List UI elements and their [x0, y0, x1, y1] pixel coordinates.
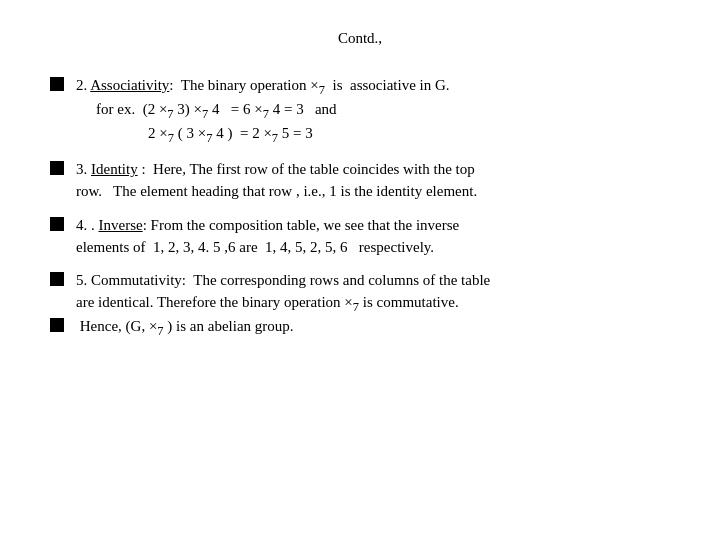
- identity-line2: row. The element heading that row , i.e.…: [76, 181, 670, 203]
- identity-line1: 3. Identity : Here, The first row of the…: [76, 159, 670, 181]
- inverse-line2: elements of 1, 2, 3, 4. 5 ,6 are 1, 4, 5…: [76, 237, 670, 259]
- bullet-icon: [50, 217, 64, 231]
- comm-line2: are identical. Therefore the binary oper…: [76, 292, 670, 316]
- item-identity: 3. Identity : Here, The first row of the…: [76, 159, 670, 203]
- assoc-line2: for ex. (2 ×7 3) ×7 4 = 6 ×7 4 = 3 and: [96, 99, 670, 123]
- identity-label: Identity: [91, 161, 138, 177]
- list-item: 2. Associativity: The binary operation ×…: [50, 75, 670, 147]
- abelian-line1: Hence, (G, ×7 ) is an abelian group.: [76, 316, 670, 340]
- list-item: 3. Identity : Here, The first row of the…: [50, 159, 670, 203]
- page: Contd., 2. Associativity: The binary ope…: [0, 0, 720, 540]
- item-abelian: Hence, (G, ×7 ) is an abelian group.: [76, 316, 670, 340]
- bullet-icon: [50, 77, 64, 91]
- bullet-icon: [50, 161, 64, 175]
- inverse-label: Inverse: [99, 217, 143, 233]
- assoc-label: Associativity: [90, 77, 169, 93]
- list-item: 5. Commutativity: The corresponding rows…: [50, 270, 670, 316]
- bullet-icon: [50, 272, 64, 286]
- list-item: Hence, (G, ×7 ) is an abelian group.: [50, 316, 670, 340]
- assoc-line3: 2 ×7 ( 3 ×7 4 ) = 2 ×7 5 = 3: [148, 123, 670, 147]
- item-associativity: 2. Associativity: The binary operation ×…: [76, 75, 670, 147]
- comm-line1: 5. Commutativity: The corresponding rows…: [76, 270, 670, 292]
- content-list: 2. Associativity: The binary operation ×…: [50, 75, 670, 340]
- list-item: 4. . Inverse: From the composition table…: [50, 215, 670, 259]
- item-inverse: 4. . Inverse: From the composition table…: [76, 215, 670, 259]
- inverse-line1: 4. . Inverse: From the composition table…: [76, 215, 670, 237]
- page-title: Contd.,: [50, 30, 670, 47]
- item-commutativity: 5. Commutativity: The corresponding rows…: [76, 270, 670, 316]
- assoc-line1: 2. Associativity: The binary operation ×…: [76, 75, 670, 99]
- bullet-icon: [50, 318, 64, 332]
